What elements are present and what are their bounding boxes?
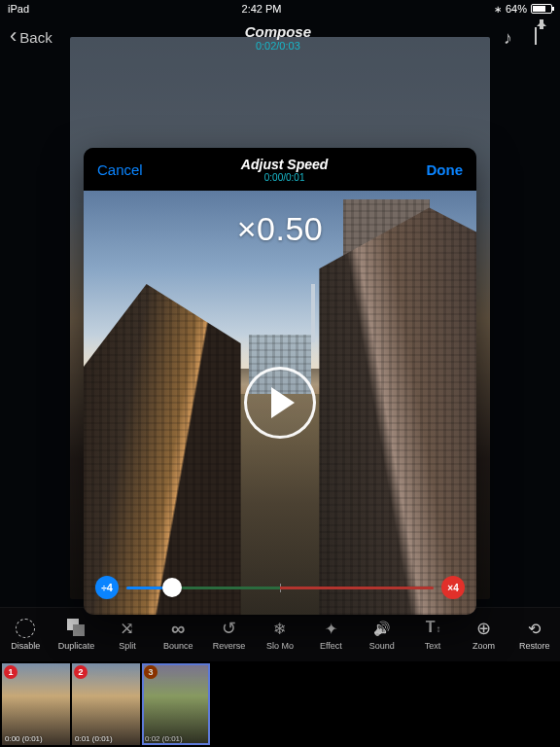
adjust-speed-modal: Cancel Adjust Speed 0:00/0:01 Done ×0.50 (84, 148, 476, 615)
clip-thumb[interactable]: 1 0:00 (0:01) (2, 663, 70, 745)
restore-icon (525, 619, 544, 638)
clip-time-label: 0:02 (0:01) (145, 734, 183, 743)
effect-icon (321, 619, 340, 638)
split-icon (118, 619, 137, 638)
speed-slider[interactable] (126, 576, 434, 599)
battery-percent: 64% (506, 3, 527, 15)
chevron-left-icon: ‹ (10, 25, 17, 47)
reverse-icon (220, 619, 239, 638)
text-button[interactable]: Text (408, 619, 457, 651)
clip-index-badge: 2 (74, 665, 88, 679)
compose-navbar: ‹ Back Compose 0:02/0:03 (0, 18, 560, 56)
disable-button[interactable]: Disable (1, 619, 50, 651)
bluetooth-icon (494, 3, 502, 15)
text-label: Text (425, 641, 441, 651)
done-button[interactable]: Done (427, 161, 464, 178)
clip-thumbnails[interactable]: 1 0:00 (0:01) 2 0:01 (0:01) 3 0:02 (0:01… (0, 661, 560, 747)
clip-time-label: 0:00 (0:01) (5, 734, 43, 743)
clip-index-badge: 3 (144, 665, 158, 679)
modal-navbar: Cancel Adjust Speed 0:00/0:01 Done (84, 148, 476, 191)
slider-knob[interactable] (162, 578, 182, 597)
sound-icon (372, 619, 392, 638)
compose-title: Compose (52, 23, 504, 40)
status-device: iPad (8, 3, 29, 15)
slow-cap-button[interactable]: 4 (95, 576, 119, 599)
battery-icon (531, 4, 552, 14)
play-icon (271, 387, 295, 418)
reverse-label: Reverse (213, 641, 246, 651)
status-bar: iPad 2:42 PM 64% (0, 0, 560, 18)
slow-cap-label: 4 (107, 582, 113, 593)
bounce-button[interactable]: Bounce (154, 619, 202, 651)
disable-label: Disable (11, 641, 40, 651)
speed-readout: ×0.50 (84, 210, 476, 248)
speed-slider-row: 4 4 (95, 576, 465, 599)
back-button[interactable]: ‹ Back (10, 27, 52, 47)
sound-label: Sound (369, 641, 395, 651)
reverse-button[interactable]: Reverse (205, 619, 254, 651)
duplicate-button[interactable]: Duplicate (52, 619, 101, 651)
modal-time: 0:00/0:01 (143, 172, 427, 183)
duplicate-label: Duplicate (58, 641, 95, 651)
back-label: Back (19, 29, 52, 46)
slomo-label: Slo Mo (266, 641, 294, 651)
status-time: 2:42 PM (29, 3, 494, 15)
play-button[interactable] (244, 367, 316, 439)
effect-button[interactable]: Effect (306, 619, 355, 651)
modal-preview: ×0.50 4 4 (84, 191, 476, 615)
clip-thumb-selected[interactable]: 3 0:02 (0:01) (142, 663, 210, 745)
compose-time: 0:02/0:03 (52, 40, 504, 52)
slomo-icon (270, 619, 290, 638)
split-button[interactable]: Split (103, 619, 152, 651)
slomo-button[interactable]: Slo Mo (256, 619, 304, 651)
bounce-icon (168, 619, 188, 638)
restore-button[interactable]: Restore (510, 619, 559, 651)
cancel-button[interactable]: Cancel (97, 161, 143, 178)
effect-label: Effect (320, 641, 342, 651)
text-icon (423, 619, 442, 638)
restore-label: Restore (519, 641, 550, 651)
music-icon[interactable] (504, 28, 517, 46)
bounce-label: Bounce (163, 641, 193, 651)
share-icon[interactable] (535, 27, 550, 47)
disable-icon (16, 619, 35, 638)
clip-thumb[interactable]: 2 0:01 (0:01) (72, 663, 140, 745)
zoom-icon (473, 619, 493, 638)
clip-time-label: 0:01 (0:01) (75, 734, 113, 743)
fast-cap-label: 4 (453, 583, 459, 593)
edit-toolbar: Disable Duplicate Split Bounce Reverse S… (0, 607, 560, 661)
zoom-button[interactable]: Zoom (459, 619, 508, 651)
fast-cap-button[interactable]: 4 (441, 576, 465, 599)
sound-button[interactable]: Sound (358, 619, 406, 651)
modal-title: Adjust Speed (143, 157, 427, 172)
clip-index-badge: 1 (4, 665, 18, 679)
duplicate-icon (67, 619, 87, 638)
split-label: Split (119, 641, 136, 651)
zoom-label: Zoom (472, 641, 495, 651)
